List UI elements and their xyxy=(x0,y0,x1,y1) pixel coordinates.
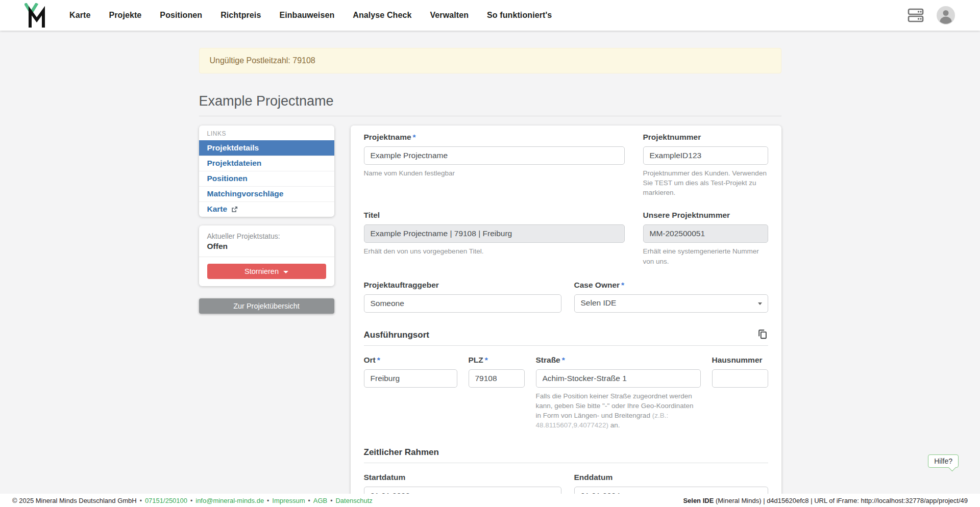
main-nav: Karte Projekte Positionen Richtpreis Ein… xyxy=(69,11,552,20)
ort-label: Ort* xyxy=(364,356,457,365)
titel-label: Titel xyxy=(364,211,625,220)
titel-input xyxy=(364,224,625,243)
zeitlicher-rahmen-title: Zeitlicher Rahmen xyxy=(364,447,439,458)
ausfuehrungsort-section-header: Ausführungsort xyxy=(364,330,768,346)
projektnummer-label: Projektnummer xyxy=(643,133,768,142)
sidebar-item-projektdetails[interactable]: Projektdetails xyxy=(199,140,334,156)
field-ort: Ort* xyxy=(364,356,457,430)
copy-icon[interactable] xyxy=(757,328,768,340)
sidebar-item-projektdateien[interactable]: Projektdateien xyxy=(199,156,334,171)
nav-verwalten[interactable]: Verwalten xyxy=(430,11,469,20)
sidebar-item-label: Karte xyxy=(207,205,228,214)
chevron-down-icon xyxy=(758,302,762,305)
sidebar-item-label: Positionen xyxy=(207,174,248,183)
field-strasse: Straße* Falls die Position keiner Straße… xyxy=(536,356,701,430)
nav-so-funktionierts[interactable]: So funktioniert's xyxy=(487,11,552,20)
strasse-input[interactable] xyxy=(536,369,701,388)
unsere-projektnummer-input xyxy=(643,224,768,243)
case-owner-label: Case Owner* xyxy=(574,281,768,290)
enddatum-label: Enddatum xyxy=(574,473,768,482)
strasse-helper: Falls die Position keiner Straße zugeord… xyxy=(536,391,701,430)
zur-projektuebersicht-button[interactable]: Zur Projektübersicht xyxy=(199,298,334,314)
ort-input[interactable] xyxy=(364,369,457,388)
projektauftraggeber-label: Projektauftraggeber xyxy=(364,281,561,290)
separator-dot xyxy=(190,497,192,504)
nav-positionen[interactable]: Positionen xyxy=(160,11,202,20)
plz-label: PLZ* xyxy=(469,356,525,365)
projektname-label: Projektname* xyxy=(364,133,625,142)
separator-dot xyxy=(140,497,142,504)
unsere-projektnummer-helper: Erhält eine systemgenerierte Nummer von … xyxy=(643,246,768,266)
projektnummer-input[interactable] xyxy=(643,146,768,165)
footer-session-details: (Mineral Minds) | d4d15620efc8 | URL of … xyxy=(714,497,968,504)
footer-link-phone[interactable]: 07151/250100 xyxy=(145,497,187,504)
case-owner-select[interactable]: Selen IDE xyxy=(574,294,768,313)
separator-dot xyxy=(308,497,310,504)
project-status-card: Aktueller Projektstatus: Offen Storniere… xyxy=(199,225,334,286)
footer-copyright: © 2025 Mineral Minds Deutschland GmbH xyxy=(12,497,137,504)
sidebar-item-positionen[interactable]: Positionen xyxy=(199,171,334,186)
unsere-projektnummer-label: Unsere Projektnummer xyxy=(643,211,768,220)
sidebar-item-label: Projektdateien xyxy=(207,159,262,168)
field-hausnummer: Hausnummer xyxy=(712,356,768,430)
nav-projekte[interactable]: Projekte xyxy=(109,11,141,20)
warning-alert: Ungültige Postleitzahl: 79108 xyxy=(199,48,781,73)
hilfe-button[interactable]: Hilfe? xyxy=(928,454,959,468)
hausnummer-label: Hausnummer xyxy=(712,356,768,365)
strasse-label: Straße* xyxy=(536,356,701,365)
projektname-helper: Name vom Kunden festlegbar xyxy=(364,168,625,178)
stornieren-button-label: Stornieren xyxy=(244,267,279,275)
links-heading: LINKS xyxy=(199,125,334,140)
divider xyxy=(199,257,334,257)
caret-down-icon xyxy=(283,271,288,273)
zeitlicher-rahmen-section-header: Zeitlicher Rahmen xyxy=(364,447,768,463)
field-case-owner: Case Owner* Selen IDE xyxy=(574,281,768,313)
field-projektnummer: Projektnummer Projektnummer des Kunden. … xyxy=(643,133,768,197)
field-projektauftraggeber: Projektauftraggeber xyxy=(364,281,561,313)
ausfuehrungsort-title: Ausführungsort xyxy=(364,330,429,340)
sidebar-item-label: Projektdetails xyxy=(207,143,259,153)
footer-link-impressum[interactable]: Impressum xyxy=(272,497,305,504)
projektauftraggeber-input[interactable] xyxy=(364,294,561,313)
required-asterisk: * xyxy=(621,281,624,289)
projektname-input[interactable] xyxy=(364,146,625,165)
footer-link-agb[interactable]: AGB xyxy=(313,497,327,504)
required-asterisk: * xyxy=(485,356,488,364)
status-value: Offen xyxy=(207,242,326,251)
stornieren-button[interactable]: Stornieren xyxy=(207,264,326,279)
separator-dot xyxy=(330,497,332,504)
status-label: Aktueller Projektstatus: xyxy=(207,232,326,240)
project-details-form: Projektname* Name vom Kunden festlegbar … xyxy=(351,125,781,507)
required-asterisk: * xyxy=(377,356,380,364)
server-icon[interactable] xyxy=(906,8,925,23)
sidebar-item-karte[interactable]: Karte xyxy=(199,201,334,217)
nav-einbauweisen[interactable]: Einbauweisen xyxy=(279,11,334,20)
field-titel: Titel Erhält den von uns vorgegebenen Ti… xyxy=(364,211,625,266)
footer-user-name: Selen IDE xyxy=(683,497,714,504)
footer: © 2025 Mineral Minds Deutschland GmbH 07… xyxy=(0,494,980,507)
field-projektname: Projektname* Name vom Kunden festlegbar xyxy=(364,133,625,197)
nav-analyse-check[interactable]: Analyse Check xyxy=(353,11,411,20)
sidebar-links-card: LINKS Projektdetails Projektdateien Posi… xyxy=(199,125,334,217)
mineral-minds-logo-icon xyxy=(24,3,47,28)
separator-dot xyxy=(267,497,269,504)
required-asterisk: * xyxy=(413,133,416,141)
field-plz: PLZ* xyxy=(469,356,525,430)
nav-karte[interactable]: Karte xyxy=(69,11,90,20)
page-title: Example Projectname xyxy=(199,93,781,116)
plz-input[interactable] xyxy=(469,369,525,388)
titel-helper: Erhält den von uns vorgegebenen Titel. xyxy=(364,246,625,256)
hausnummer-input[interactable] xyxy=(712,369,768,388)
footer-session-info: Selen IDE (Mineral Minds) | d4d15620efc8… xyxy=(683,497,968,504)
footer-link-email[interactable]: info@mineral-minds.de xyxy=(195,497,264,504)
case-owner-selected-value: Selen IDE xyxy=(581,298,617,307)
sidebar-item-matchingvorschlaege[interactable]: Matchingvorschläge xyxy=(199,186,334,201)
projektnummer-helper: Projektnummer des Kunden. Verwenden Sie … xyxy=(643,168,768,197)
nav-richtpreis[interactable]: Richtpreis xyxy=(220,11,261,20)
user-avatar-icon[interactable] xyxy=(936,6,955,25)
top-navigation-bar: Karte Projekte Positionen Richtpreis Ein… xyxy=(0,0,980,31)
sidebar-item-label: Matchingvorschläge xyxy=(207,189,284,198)
footer-link-datenschutz[interactable]: Datenschutz xyxy=(335,497,372,504)
external-link-icon xyxy=(231,206,238,213)
required-asterisk: * xyxy=(562,356,565,364)
